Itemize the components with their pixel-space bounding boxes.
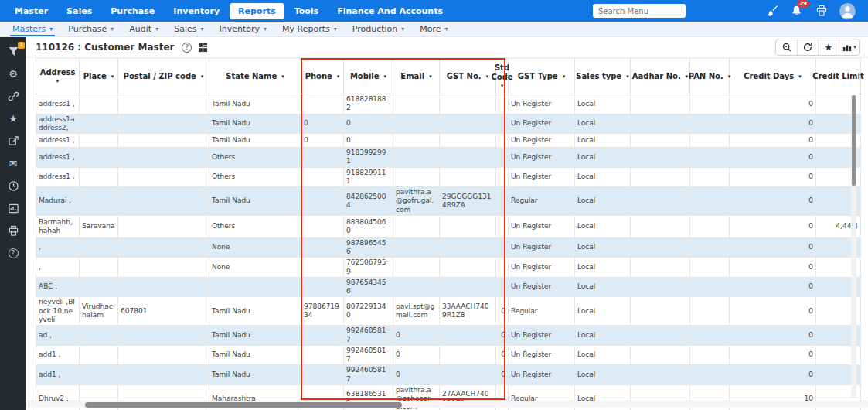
column-header-email[interactable]: Email▾	[393, 59, 440, 94]
favorite-star-icon[interactable]: ★	[818, 39, 839, 55]
table-row[interactable]: Madurai ,Tamil Nadu8428625004pavithra.a@…	[36, 187, 861, 216]
column-header-place[interactable]: Place▾	[80, 59, 118, 94]
vertical-scrollbar[interactable]	[851, 95, 856, 398]
column-header-phone[interactable]: Phone▾	[301, 59, 344, 94]
column-header-mobile[interactable]: Mobile▾	[344, 59, 393, 94]
link-icon[interactable]	[7, 91, 19, 103]
search-input[interactable]	[593, 4, 686, 18]
chart-dropdown-icon[interactable]: ▾	[839, 39, 859, 55]
cell-address: address1address2,	[36, 114, 80, 134]
topnav-item-finance-and-accounts[interactable]: Finance And Accounts	[328, 3, 451, 19]
table-row[interactable]: address1 ,Tamil Nadu00Un RegisterLocal0	[36, 134, 861, 148]
column-header-address[interactable]: Address▾	[36, 59, 80, 94]
horizontal-scrollbar-thumb[interactable]	[85, 402, 402, 408]
column-header-std-code[interactable]: Std Code▾	[496, 59, 509, 94]
cell-gst-type: Un Register	[509, 167, 575, 187]
table-row[interactable]: neyveli ,Block 10,neyveliVirudhachalam60…	[36, 297, 861, 326]
topnav-item-master[interactable]: Master	[6, 3, 56, 19]
cell-credit-days: 0	[730, 215, 816, 237]
share-icon[interactable]	[7, 135, 19, 148]
sort-caret-icon: ▾	[501, 83, 504, 89]
zoom-search-icon[interactable]	[776, 39, 797, 55]
printer-icon-sidebar[interactable]	[7, 225, 19, 237]
star-icon[interactable]: ★	[7, 113, 19, 125]
brush-icon[interactable]	[765, 5, 778, 18]
cell-sales-type: Local	[575, 326, 631, 346]
cell-address: ABC ,	[36, 277, 80, 297]
column-header-gst-type[interactable]: GST Type▾	[509, 59, 575, 94]
table-row[interactable]: ,None7625067959Un RegisterLocal0	[36, 258, 861, 278]
report-layout-icon[interactable]	[198, 43, 208, 53]
table-row[interactable]: address1address2,Tamil Nadu00Un Register…	[36, 114, 861, 134]
sort-caret-icon: ▾	[486, 73, 489, 80]
column-header-postal-zip-code[interactable]: Postal / ZIP code▾	[118, 59, 209, 94]
cell-aadhar-no	[631, 167, 690, 187]
chevron-down-icon: ▾	[334, 26, 337, 32]
table-row[interactable]: ,None9878965456Un RegisterLocal0	[36, 237, 861, 258]
filter-icon[interactable]: 1	[7, 46, 19, 58]
subnav-item-more[interactable]: More▾	[412, 22, 455, 36]
horizontal-scrollbar[interactable]	[26, 401, 868, 408]
mail-icon[interactable]: ✉	[7, 158, 19, 170]
column-header-aadhar-no[interactable]: Aadhar No.▾	[631, 59, 690, 94]
table-row[interactable]: address1 ,Others9188299111Un RegisterLoc…	[36, 167, 861, 187]
column-label: GST Type	[518, 72, 558, 80]
column-header-credit-limit[interactable]: Credit Limit	[816, 59, 861, 94]
cell-pan-no	[690, 326, 730, 346]
report-image-icon[interactable]	[7, 203, 19, 215]
gear-icon[interactable]: ⚙	[7, 68, 19, 80]
topnav-item-purchase[interactable]: Purchase	[102, 3, 163, 19]
help-icon[interactable]: ?	[7, 248, 19, 260]
subnav-item-my-reports[interactable]: My Reports▾	[274, 22, 345, 36]
subnav-item-masters[interactable]: Masters▾	[5, 22, 60, 36]
cell-std-code	[496, 215, 509, 237]
table-row[interactable]: address1 ,Others9183992991Un RegisterLoc…	[36, 148, 861, 168]
cell-credit-days: 0	[730, 297, 816, 326]
cell-place: Saravana	[80, 215, 118, 237]
notification-badge: 29	[797, 0, 809, 8]
cell-email	[393, 148, 440, 168]
cell-mobile: 9876543456	[344, 277, 393, 297]
column-label: Phone	[305, 72, 332, 80]
table-row[interactable]: ABC ,9876543456Un RegisterLocal0	[36, 277, 861, 297]
topnav-item-reports[interactable]: Reports	[230, 3, 284, 19]
cell-place: Virudhachalam	[80, 297, 118, 326]
table-row[interactable]: add1 ,Tamil Nadu992460581700Un RegisterL…	[36, 345, 861, 365]
subnav-item-production[interactable]: Production▾	[345, 22, 413, 36]
sort-caret-icon: ▾	[686, 73, 689, 80]
column-header-pan-no[interactable]: PAN No.▾	[690, 59, 730, 94]
cell-credit-days: 0	[730, 148, 816, 168]
cell-pan-no	[690, 148, 730, 168]
topnav-item-inventory[interactable]: Inventory	[165, 3, 228, 19]
cell-aadhar-no	[631, 258, 690, 278]
printer-icon[interactable]	[815, 5, 828, 18]
cell-mobile: 7625067959	[344, 258, 393, 278]
topnav-item-sales[interactable]: Sales	[58, 3, 100, 19]
subnav-item-inventory[interactable]: Inventory▾	[211, 22, 274, 36]
clock-icon[interactable]	[7, 180, 19, 193]
subnav-item-audit[interactable]: Audit▾	[121, 22, 166, 36]
column-label: Credit Limit	[812, 72, 863, 80]
cell-mobile: 9924605817	[344, 365, 393, 385]
column-header-state-name[interactable]: State Name▾	[209, 59, 301, 94]
subnav-item-purchase[interactable]: Purchase▾	[60, 22, 121, 36]
report-help-icon[interactable]: ?	[182, 43, 192, 53]
column-label: GST No.	[447, 72, 482, 80]
column-header-gst-no[interactable]: GST No.▾	[440, 59, 496, 94]
cell-pan-no	[690, 167, 730, 187]
table-row[interactable]: Barmahh, hahahSaravanaOthers8838045060Un…	[36, 215, 861, 237]
table-row[interactable]: address1 ,Tamil Nadu6188281882Un Registe…	[36, 94, 861, 114]
table-row[interactable]: ad ,Tamil Nadu992460581700Un RegisterLoc…	[36, 326, 861, 346]
subnav-item-sales[interactable]: Sales▾	[166, 22, 211, 36]
table-row[interactable]: add1 ,Tamil Nadu992460581700Un RegisterL…	[36, 365, 861, 385]
refresh-icon[interactable]	[797, 39, 818, 55]
column-header-sales-type[interactable]: Sales type▾	[575, 59, 631, 94]
sort-caret-icon: ▾	[111, 73, 114, 80]
vertical-scrollbar-thumb[interactable]	[852, 95, 856, 186]
column-header-credit-days[interactable]: Credit Days▾	[730, 59, 816, 94]
user-avatar[interactable]	[839, 3, 856, 19]
topnav-item-tools[interactable]: Tools	[286, 3, 327, 19]
bell-icon[interactable]: 29	[790, 5, 803, 18]
cell-aadhar-no	[631, 187, 690, 216]
cell-std-code: 0	[496, 345, 509, 365]
